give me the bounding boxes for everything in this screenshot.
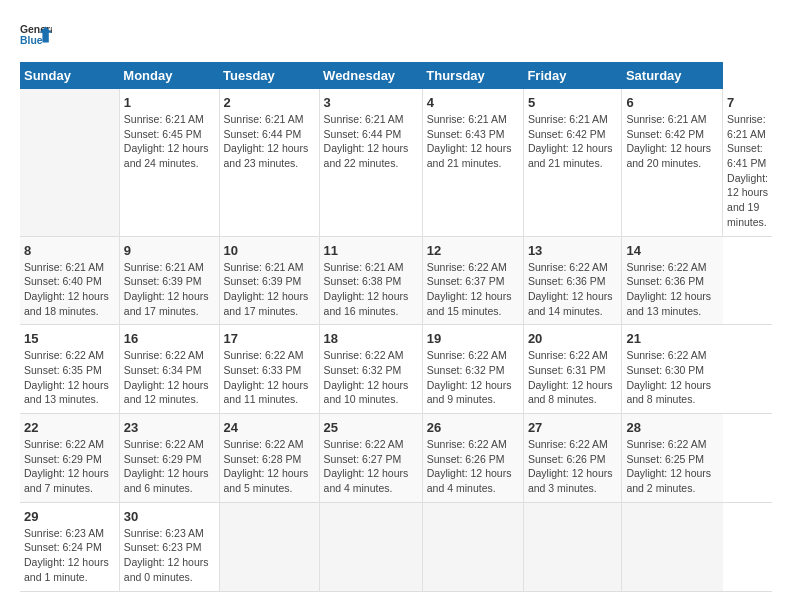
day-number: 19 <box>427 331 519 346</box>
day-detail: Sunrise: 6:22 AMSunset: 6:35 PMDaylight:… <box>24 348 115 407</box>
calendar-cell: 24Sunrise: 6:22 AMSunset: 6:28 PMDayligh… <box>219 414 319 503</box>
day-detail: Sunrise: 6:22 AMSunset: 6:26 PMDaylight:… <box>427 437 519 496</box>
day-detail: Sunrise: 6:21 AMSunset: 6:44 PMDaylight:… <box>324 112 418 171</box>
day-number: 14 <box>626 243 718 258</box>
day-detail: Sunrise: 6:21 AMSunset: 6:42 PMDaylight:… <box>626 112 718 171</box>
week-row-4: 22Sunrise: 6:22 AMSunset: 6:29 PMDayligh… <box>20 414 772 503</box>
calendar-cell: 18Sunrise: 6:22 AMSunset: 6:32 PMDayligh… <box>319 325 422 414</box>
calendar-cell: 28Sunrise: 6:22 AMSunset: 6:25 PMDayligh… <box>622 414 723 503</box>
calendar-cell: 5Sunrise: 6:21 AMSunset: 6:42 PMDaylight… <box>523 89 622 236</box>
calendar-cell: 20Sunrise: 6:22 AMSunset: 6:31 PMDayligh… <box>523 325 622 414</box>
day-number: 28 <box>626 420 718 435</box>
page-header: General Blue <box>20 20 772 52</box>
day-number: 6 <box>626 95 718 110</box>
day-detail: Sunrise: 6:22 AMSunset: 6:26 PMDaylight:… <box>528 437 618 496</box>
calendar-cell <box>422 502 523 591</box>
day-detail: Sunrise: 6:22 AMSunset: 6:30 PMDaylight:… <box>626 348 718 407</box>
day-detail: Sunrise: 6:22 AMSunset: 6:33 PMDaylight:… <box>224 348 315 407</box>
day-number: 5 <box>528 95 618 110</box>
day-number: 8 <box>24 243 115 258</box>
day-detail: Sunrise: 6:21 AMSunset: 6:45 PMDaylight:… <box>124 112 215 171</box>
day-detail: Sunrise: 6:22 AMSunset: 6:32 PMDaylight:… <box>427 348 519 407</box>
day-number: 17 <box>224 331 315 346</box>
day-number: 3 <box>324 95 418 110</box>
weekday-header-thursday: Thursday <box>422 62 523 89</box>
day-number: 21 <box>626 331 718 346</box>
calendar-cell <box>319 502 422 591</box>
day-detail: Sunrise: 6:22 AMSunset: 6:27 PMDaylight:… <box>324 437 418 496</box>
day-detail: Sunrise: 6:23 AMSunset: 6:24 PMDaylight:… <box>24 526 115 585</box>
calendar-cell: 19Sunrise: 6:22 AMSunset: 6:32 PMDayligh… <box>422 325 523 414</box>
weekday-header-sunday: Sunday <box>20 62 119 89</box>
day-number: 13 <box>528 243 618 258</box>
week-row-1: 1Sunrise: 6:21 AMSunset: 6:45 PMDaylight… <box>20 89 772 236</box>
calendar-cell: 9Sunrise: 6:21 AMSunset: 6:39 PMDaylight… <box>119 236 219 325</box>
week-row-2: 8Sunrise: 6:21 AMSunset: 6:40 PMDaylight… <box>20 236 772 325</box>
weekday-header-wednesday: Wednesday <box>319 62 422 89</box>
day-number: 9 <box>124 243 215 258</box>
day-detail: Sunrise: 6:22 AMSunset: 6:25 PMDaylight:… <box>626 437 718 496</box>
day-detail: Sunrise: 6:22 AMSunset: 6:28 PMDaylight:… <box>224 437 315 496</box>
day-number: 12 <box>427 243 519 258</box>
day-number: 7 <box>727 95 768 110</box>
calendar-cell <box>523 502 622 591</box>
weekday-header-tuesday: Tuesday <box>219 62 319 89</box>
calendar-cell: 8Sunrise: 6:21 AMSunset: 6:40 PMDaylight… <box>20 236 119 325</box>
calendar-cell: 17Sunrise: 6:22 AMSunset: 6:33 PMDayligh… <box>219 325 319 414</box>
calendar-cell: 4Sunrise: 6:21 AMSunset: 6:43 PMDaylight… <box>422 89 523 236</box>
day-detail: Sunrise: 6:22 AMSunset: 6:31 PMDaylight:… <box>528 348 618 407</box>
day-number: 10 <box>224 243 315 258</box>
day-number: 23 <box>124 420 215 435</box>
day-number: 24 <box>224 420 315 435</box>
calendar-cell: 15Sunrise: 6:22 AMSunset: 6:35 PMDayligh… <box>20 325 119 414</box>
day-detail: Sunrise: 6:23 AMSunset: 6:23 PMDaylight:… <box>124 526 215 585</box>
calendar-cell: 7Sunrise: 6:21 AMSunset: 6:41 PMDaylight… <box>723 89 772 236</box>
day-detail: Sunrise: 6:21 AMSunset: 6:42 PMDaylight:… <box>528 112 618 171</box>
weekday-header-monday: Monday <box>119 62 219 89</box>
day-detail: Sunrise: 6:22 AMSunset: 6:34 PMDaylight:… <box>124 348 215 407</box>
day-number: 30 <box>124 509 215 524</box>
day-detail: Sunrise: 6:21 AMSunset: 6:40 PMDaylight:… <box>24 260 115 319</box>
calendar-cell: 22Sunrise: 6:22 AMSunset: 6:29 PMDayligh… <box>20 414 119 503</box>
day-number: 27 <box>528 420 618 435</box>
logo: General Blue <box>20 20 52 52</box>
calendar-cell <box>219 502 319 591</box>
calendar-cell: 2Sunrise: 6:21 AMSunset: 6:44 PMDaylight… <box>219 89 319 236</box>
day-detail: Sunrise: 6:21 AMSunset: 6:39 PMDaylight:… <box>224 260 315 319</box>
week-row-3: 15Sunrise: 6:22 AMSunset: 6:35 PMDayligh… <box>20 325 772 414</box>
day-number: 29 <box>24 509 115 524</box>
weekday-header-row: SundayMondayTuesdayWednesdayThursdayFrid… <box>20 62 772 89</box>
day-number: 18 <box>324 331 418 346</box>
calendar-cell: 29Sunrise: 6:23 AMSunset: 6:24 PMDayligh… <box>20 502 119 591</box>
day-detail: Sunrise: 6:22 AMSunset: 6:29 PMDaylight:… <box>24 437 115 496</box>
calendar-cell: 25Sunrise: 6:22 AMSunset: 6:27 PMDayligh… <box>319 414 422 503</box>
day-detail: Sunrise: 6:22 AMSunset: 6:36 PMDaylight:… <box>528 260 618 319</box>
day-detail: Sunrise: 6:21 AMSunset: 6:38 PMDaylight:… <box>324 260 418 319</box>
day-detail: Sunrise: 6:21 AMSunset: 6:43 PMDaylight:… <box>427 112 519 171</box>
calendar-cell: 10Sunrise: 6:21 AMSunset: 6:39 PMDayligh… <box>219 236 319 325</box>
week-row-5: 29Sunrise: 6:23 AMSunset: 6:24 PMDayligh… <box>20 502 772 591</box>
calendar-cell: 6Sunrise: 6:21 AMSunset: 6:42 PMDaylight… <box>622 89 723 236</box>
day-number: 25 <box>324 420 418 435</box>
calendar-cell: 16Sunrise: 6:22 AMSunset: 6:34 PMDayligh… <box>119 325 219 414</box>
day-number: 11 <box>324 243 418 258</box>
calendar-cell: 3Sunrise: 6:21 AMSunset: 6:44 PMDaylight… <box>319 89 422 236</box>
day-number: 15 <box>24 331 115 346</box>
day-number: 20 <box>528 331 618 346</box>
day-detail: Sunrise: 6:22 AMSunset: 6:37 PMDaylight:… <box>427 260 519 319</box>
calendar-cell: 13Sunrise: 6:22 AMSunset: 6:36 PMDayligh… <box>523 236 622 325</box>
calendar-cell <box>20 89 119 236</box>
calendar-cell: 1Sunrise: 6:21 AMSunset: 6:45 PMDaylight… <box>119 89 219 236</box>
day-number: 1 <box>124 95 215 110</box>
weekday-header-friday: Friday <box>523 62 622 89</box>
day-detail: Sunrise: 6:22 AMSunset: 6:32 PMDaylight:… <box>324 348 418 407</box>
day-number: 16 <box>124 331 215 346</box>
day-number: 22 <box>24 420 115 435</box>
calendar-cell: 30Sunrise: 6:23 AMSunset: 6:23 PMDayligh… <box>119 502 219 591</box>
day-detail: Sunrise: 6:22 AMSunset: 6:29 PMDaylight:… <box>124 437 215 496</box>
calendar-cell: 12Sunrise: 6:22 AMSunset: 6:37 PMDayligh… <box>422 236 523 325</box>
day-number: 26 <box>427 420 519 435</box>
calendar-cell: 26Sunrise: 6:22 AMSunset: 6:26 PMDayligh… <box>422 414 523 503</box>
calendar-cell: 27Sunrise: 6:22 AMSunset: 6:26 PMDayligh… <box>523 414 622 503</box>
day-detail: Sunrise: 6:21 AMSunset: 6:44 PMDaylight:… <box>224 112 315 171</box>
